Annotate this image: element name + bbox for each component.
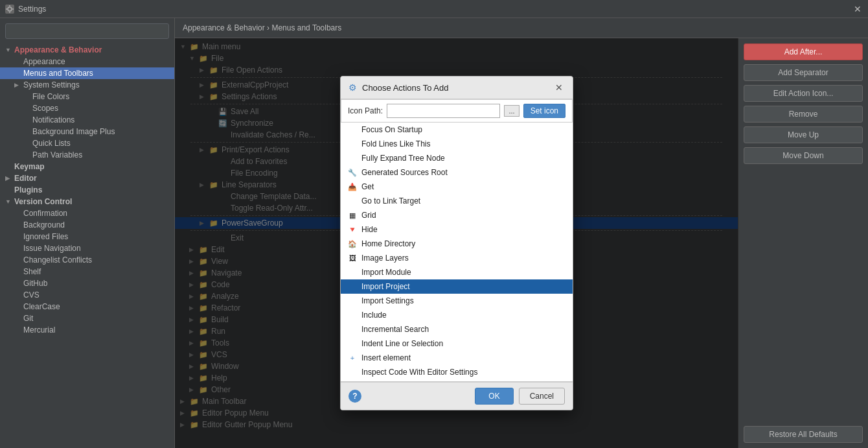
list-item[interactable]: + Insert element	[341, 351, 573, 365]
sidebar-item-ignored-files[interactable]: Ignored Files	[0, 231, 174, 242]
actions-list[interactable]: Focus On Startup Fold Lines Like This Fu…	[341, 123, 573, 382]
add-separator-button[interactable]: Add Separator	[744, 64, 863, 81]
choose-actions-modal: ⚙ Choose Actions To Add ✕ Icon Path: ...…	[340, 76, 573, 410]
item-icon: 🔻	[347, 224, 358, 235]
arrow-icon	[14, 82, 23, 88]
action-panel: Add After... Add Separator Edit Action I…	[738, 38, 868, 448]
sidebar-label: Appearance	[23, 57, 65, 66]
sidebar-item-appearance[interactable]: Appearance	[0, 56, 174, 67]
sidebar-label: ClearCase	[23, 302, 60, 311]
list-item[interactable]: Inspect Code With Editor Settings	[341, 365, 573, 379]
list-item[interactable]: ▦ Grid	[341, 208, 573, 222]
list-item[interactable]: 📥 Get	[341, 180, 573, 194]
sidebar-item-shelf[interactable]: Shelf	[0, 266, 174, 277]
sidebar-item-notifications[interactable]: Notifications	[0, 114, 174, 126]
sidebar-label: CVS	[23, 290, 40, 300]
list-item[interactable]: 🔧 Generated Sources Root	[341, 165, 573, 180]
sidebar-item-plugins[interactable]: Plugins	[0, 184, 174, 196]
sidebar-item-git[interactable]: Git	[0, 312, 174, 324]
list-item[interactable]: Include	[341, 308, 573, 322]
move-up-button[interactable]: Move Up	[744, 126, 863, 143]
item-icon	[347, 310, 358, 320]
sidebar-label: System Settings	[23, 80, 80, 89]
list-item[interactable]: Indent Line or Selection	[341, 336, 573, 351]
sidebar-item-file-colors[interactable]: File Colors	[0, 91, 174, 102]
settings-sidebar: Appearance & Behavior Appearance Menus a…	[0, 18, 175, 448]
sidebar-label: Editor	[14, 174, 37, 183]
sidebar-item-background-image-plus[interactable]: Background Image Plus	[0, 126, 174, 137]
sidebar-item-keymap[interactable]: Keymap	[0, 161, 174, 172]
sidebar-label: File Colors	[32, 92, 69, 101]
titlebar: Settings ✕	[0, 0, 868, 18]
icon-path-input[interactable]	[387, 104, 500, 118]
svg-point-0	[8, 7, 12, 11]
sidebar-item-appearance-behavior[interactable]: Appearance & Behavior	[0, 44, 174, 56]
sidebar-item-editor[interactable]: Editor	[0, 172, 174, 184]
sidebar-label: GitHub	[23, 279, 47, 288]
list-item[interactable]: 🔻 Hide	[341, 222, 573, 237]
sidebar-item-menus-toolbars[interactable]: Menus and Toolbars	[0, 67, 174, 79]
list-item[interactable]: Go to Link Target	[341, 194, 573, 208]
sidebar-label: Menus and Toolbars	[23, 69, 93, 78]
sidebar-label: Shelf	[23, 267, 41, 276]
sidebar-item-system-settings[interactable]: System Settings	[0, 79, 174, 91]
sidebar-label: Changelist Conflicts	[23, 255, 92, 265]
list-item[interactable]: Focus On Startup	[341, 123, 573, 137]
modal-header-icon: ⚙	[348, 82, 357, 93]
sidebar-label: Git	[23, 314, 33, 323]
breadcrumb: Appearance & Behavior › Menus and Toolba…	[175, 18, 868, 38]
sidebar-item-scopes[interactable]: Scopes	[0, 102, 174, 114]
item-icon: 📥	[347, 182, 358, 192]
modal-header: ⚙ Choose Actions To Add ✕	[341, 77, 573, 99]
sidebar-label: Appearance & Behavior	[14, 45, 102, 54]
item-icon	[347, 324, 358, 335]
sidebar-item-github[interactable]: GitHub	[0, 277, 174, 289]
item-icon	[347, 153, 358, 163]
cancel-button[interactable]: Cancel	[519, 388, 565, 405]
sidebar-label: Version Control	[14, 197, 72, 206]
modal-close-button[interactable]: ✕	[553, 82, 565, 93]
sidebar-item-path-variables[interactable]: Path Variables	[0, 149, 174, 161]
remove-button[interactable]: Remove	[744, 106, 863, 123]
sidebar-label: Quick Lists	[32, 139, 71, 148]
item-icon	[347, 367, 358, 377]
sidebar-item-clearcase[interactable]: ClearCase	[0, 301, 174, 312]
list-item[interactable]: Fully Expand Tree Node	[341, 151, 573, 165]
sidebar-item-background[interactable]: Background	[0, 219, 174, 231]
help-button[interactable]: ?	[348, 390, 361, 403]
item-icon	[347, 139, 358, 149]
list-item[interactable]: Import Project	[341, 279, 573, 294]
sidebar-item-changelist-conflicts[interactable]: Changelist Conflicts	[0, 254, 174, 266]
sidebar-item-quick-lists[interactable]: Quick Lists	[0, 137, 174, 149]
edit-action-icon-button[interactable]: Edit Action Icon...	[744, 85, 863, 102]
arrow-icon	[5, 175, 14, 182]
window-title: Settings	[18, 5, 852, 14]
sidebar-item-confirmation[interactable]: Confirmation	[0, 207, 174, 219]
list-item[interactable]: Import Module	[341, 265, 573, 279]
move-down-button[interactable]: Move Down	[744, 147, 863, 164]
sidebar-item-version-control[interactable]: Version Control	[0, 196, 174, 207]
item-icon: +	[347, 353, 358, 363]
ok-button[interactable]: OK	[475, 388, 513, 405]
close-button[interactable]: ✕	[852, 4, 863, 14]
sidebar-item-issue-navigation[interactable]: Issue Navigation	[0, 242, 174, 254]
item-icon	[347, 338, 358, 349]
sidebar-item-mercurial[interactable]: Mercurial	[0, 324, 174, 336]
sidebar-item-cvs[interactable]: CVS	[0, 289, 174, 301]
icon-path-browse-button[interactable]: ...	[504, 105, 519, 117]
add-after-button[interactable]: Add After...	[744, 43, 863, 60]
modal-footer: ? OK Cancel	[341, 382, 573, 410]
sidebar-label: Confirmation	[23, 209, 67, 218]
list-item[interactable]: Fold Lines Like This	[341, 137, 573, 151]
set-icon-button[interactable]: Set icon	[523, 104, 565, 118]
search-input[interactable]	[5, 23, 169, 39]
list-item[interactable]: Incremental Search	[341, 322, 573, 336]
list-item[interactable]: Import Settings	[341, 294, 573, 308]
arrow-icon	[5, 198, 14, 205]
item-icon	[347, 267, 358, 277]
list-item[interactable]: 🖼 Image Layers	[341, 251, 573, 265]
sidebar-label: Scopes	[32, 104, 58, 113]
list-item[interactable]: 🏠 Home Directory	[341, 237, 573, 251]
sidebar-label: Mercurial	[23, 325, 55, 335]
restore-all-defaults-button[interactable]: Restore All Defaults	[744, 426, 863, 443]
